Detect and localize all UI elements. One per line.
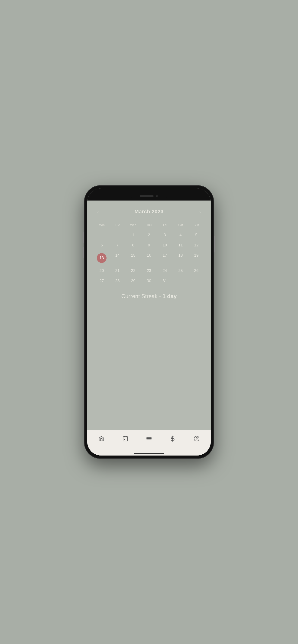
day-header-sat: Sat [173,222,188,230]
day-29[interactable]: 29 [125,276,141,286]
day-header-wed: Wed [125,222,141,230]
day-21[interactable]: 21 [110,266,125,276]
phone-screen: ‹ March 2023 › Mon Tue Wed Thu Fri Sat S… [87,188,211,456]
calendar-header: ‹ March 2023 › [94,208,204,216]
screen-content: ‹ March 2023 › Mon Tue Wed Thu Fri Sat S… [87,200,211,456]
day-1[interactable]: 1 [125,230,141,240]
day-header-sun: Sun [188,222,204,230]
home-indicator [87,451,211,456]
day-14[interactable]: 14 [110,250,125,266]
day-7[interactable]: 7 [110,240,125,250]
day-empty [94,230,110,240]
month-title: March 2023 [135,209,164,215]
day-empty [188,276,204,286]
nav-dollar[interactable] [166,432,180,446]
day-22[interactable]: 22 [125,266,141,276]
nav-menu[interactable] [142,432,156,446]
streak-text: Current Streak - 1 day [121,293,177,299]
day-15[interactable]: 15 [125,250,141,266]
day-header-tue: Tue [110,222,125,230]
day-23[interactable]: 23 [141,266,157,276]
nav-help[interactable] [190,432,203,446]
volume-up-button[interactable] [83,232,84,243]
status-bar [87,188,211,200]
day-28[interactable]: 28 [110,276,125,286]
day-18[interactable]: 18 [173,250,188,266]
day-17[interactable]: 17 [157,250,173,266]
day-30[interactable]: 30 [141,276,157,286]
day-empty [173,276,188,286]
day-9[interactable]: 9 [141,240,157,250]
day-header-thu: Thu [141,222,157,230]
day-20[interactable]: 20 [94,266,110,276]
day-6[interactable]: 6 [94,240,110,250]
day-10[interactable]: 10 [157,240,173,250]
day-8[interactable]: 8 [125,240,141,250]
notch-bar [140,196,154,196]
day-27[interactable]: 27 [94,276,110,286]
nav-home[interactable] [95,432,108,446]
home-bar [134,453,164,454]
svg-rect-4 [124,439,125,440]
day-24[interactable]: 24 [157,266,173,276]
volume-down-button[interactable] [83,247,84,258]
home-icon [98,436,104,443]
menu-icon [146,436,152,443]
help-icon [194,436,200,443]
day-19[interactable]: 19 [188,250,204,266]
day-2[interactable]: 2 [141,230,157,240]
day-25[interactable]: 25 [173,266,188,276]
calendar-view: ‹ March 2023 › Mon Tue Wed Thu Fri Sat S… [87,200,211,430]
nav-calendar[interactable] [118,432,132,446]
day-header-mon: Mon [94,222,110,230]
power-button[interactable] [214,236,215,252]
dollar-icon [170,436,176,443]
calendar-grid: Mon Tue Wed Thu Fri Sat Sun 1 2 3 4 5 [94,222,204,286]
next-month-button[interactable]: › [196,208,204,216]
notch [130,193,168,199]
prev-month-button[interactable]: ‹ [94,208,102,216]
day-13-today[interactable]: 13 [94,250,110,266]
calendar-icon [122,436,128,443]
day-3[interactable]: 3 [157,230,173,240]
notch-camera [156,195,158,197]
streak-section: Current Streak - 1 day [94,286,204,304]
day-4[interactable]: 4 [173,230,188,240]
day-16[interactable]: 16 [141,250,157,266]
day-5[interactable]: 5 [188,230,204,240]
today-indicator: 13 [97,253,107,263]
day-11[interactable]: 11 [173,240,188,250]
phone-frame: ‹ March 2023 › Mon Tue Wed Thu Fri Sat S… [84,185,214,459]
day-empty [110,230,125,240]
day-26[interactable]: 26 [188,266,204,276]
streak-label: Current Streak - [121,293,162,299]
day-12[interactable]: 12 [188,240,204,250]
svg-rect-0 [123,436,128,441]
day-31[interactable]: 31 [157,276,173,286]
streak-value: 1 day [162,293,177,299]
bottom-navigation [87,430,211,451]
day-header-fri: Fri [157,222,173,230]
